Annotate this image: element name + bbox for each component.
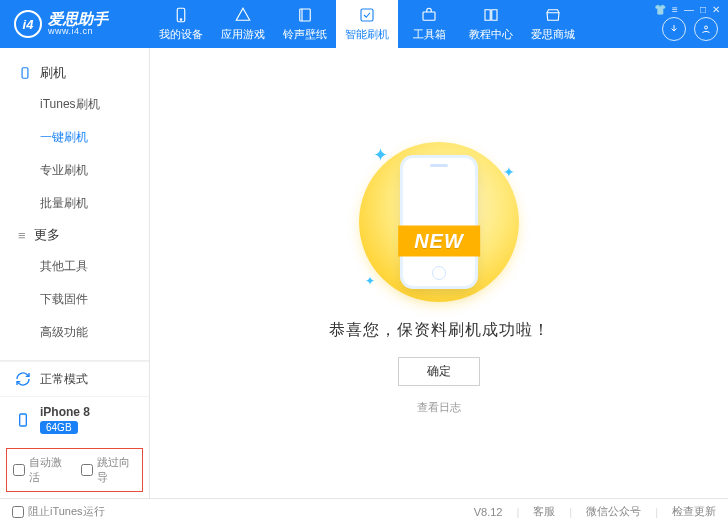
sidebar-item-other-tools[interactable]: 其他工具 xyxy=(0,250,149,283)
main-content: ✦ ✦ ✦ NEW 恭喜您，保资料刷机成功啦！ 确定 查看日志 xyxy=(150,48,728,498)
footer-link-support[interactable]: 客服 xyxy=(533,504,555,519)
phone-illustration xyxy=(403,158,475,286)
maximize-icon[interactable]: □ xyxy=(700,4,706,15)
svg-rect-7 xyxy=(20,414,27,426)
nav-label: 教程中心 xyxy=(469,27,513,42)
sidebar: 刷机 iTunes刷机 一键刷机 专业刷机 批量刷机 ≡ 更多 其他工具 下载固… xyxy=(0,48,150,498)
skin-icon[interactable]: 👕 xyxy=(654,4,666,15)
nav-label: 铃声壁纸 xyxy=(283,27,327,42)
sidebar-group-more: ≡ 更多 xyxy=(0,220,149,250)
mode-label: 正常模式 xyxy=(40,371,88,388)
sparkle-icon: ✦ xyxy=(365,274,375,288)
nav-ringtone-wallpaper[interactable]: 铃声壁纸 xyxy=(274,0,336,48)
success-illustration: ✦ ✦ ✦ NEW xyxy=(359,142,519,302)
nav-label: 智能刷机 xyxy=(345,27,389,42)
ok-button[interactable]: 确定 xyxy=(398,357,480,386)
new-ribbon: NEW xyxy=(398,225,480,256)
window-controls: 👕 ≡ — □ ✕ xyxy=(654,4,720,15)
phone-icon xyxy=(172,6,190,24)
status-bar: 阻止iTunes运行 V8.12 | 客服 | 微信公众号 | 检查更新 xyxy=(0,498,728,524)
success-message: 恭喜您，保资料刷机成功啦！ xyxy=(329,320,550,341)
download-button[interactable] xyxy=(662,17,686,41)
more-icon: ≡ xyxy=(18,228,26,243)
skip-wizard-checkbox[interactable]: 跳过向导 xyxy=(81,455,137,485)
sidebar-group-title: 刷机 xyxy=(40,64,66,82)
nav-label: 工具箱 xyxy=(413,27,446,42)
nav-my-device[interactable]: 我的设备 xyxy=(150,0,212,48)
nav-apps-games[interactable]: 应用游戏 xyxy=(212,0,274,48)
menu-icon[interactable]: ≡ xyxy=(672,4,678,15)
view-log-link[interactable]: 查看日志 xyxy=(417,400,461,415)
note-icon xyxy=(296,6,314,24)
minimize-icon[interactable]: — xyxy=(684,4,694,15)
svg-point-1 xyxy=(180,19,182,21)
app-logo[interactable]: i4 爱思助手 www.i4.cn xyxy=(0,0,150,48)
phone-icon xyxy=(14,411,32,429)
titlebar: 👕 ≡ — □ ✕ i4 爱思助手 www.i4.cn 我的设备 应用游戏 铃声… xyxy=(0,0,728,48)
top-nav: 我的设备 应用游戏 铃声壁纸 智能刷机 工具箱 教程中心 爱思商城 xyxy=(150,0,652,48)
sidebar-group-title: 更多 xyxy=(34,226,60,244)
sparkle-icon: ✦ xyxy=(373,144,388,166)
sidebar-item-batch-flash[interactable]: 批量刷机 xyxy=(0,187,149,220)
device-mode[interactable]: 正常模式 xyxy=(0,361,149,396)
toolbox-icon xyxy=(420,6,438,24)
app-name: 爱思助手 xyxy=(48,11,108,28)
phone-icon xyxy=(18,66,32,80)
svg-point-5 xyxy=(705,26,708,29)
svg-rect-3 xyxy=(361,9,373,21)
auto-activate-checkbox[interactable]: 自动激活 xyxy=(13,455,69,485)
apps-icon xyxy=(234,6,252,24)
device-name: iPhone 8 xyxy=(40,405,90,419)
sidebar-group-flash: 刷机 xyxy=(0,58,149,88)
app-site: www.i4.cn xyxy=(48,27,108,37)
nav-store[interactable]: 爱思商城 xyxy=(522,0,584,48)
svg-rect-6 xyxy=(22,68,28,79)
version-label: V8.12 xyxy=(474,506,503,518)
sparkle-icon: ✦ xyxy=(503,164,515,180)
nav-tutorials[interactable]: 教程中心 xyxy=(460,0,522,48)
capacity-badge: 64GB xyxy=(40,421,78,434)
nav-label: 爱思商城 xyxy=(531,27,575,42)
flash-icon xyxy=(358,6,376,24)
sidebar-item-advanced[interactable]: 高级功能 xyxy=(0,316,149,349)
user-button[interactable] xyxy=(694,17,718,41)
block-itunes-checkbox[interactable]: 阻止iTunes运行 xyxy=(12,504,105,519)
sidebar-item-download-firmware[interactable]: 下载固件 xyxy=(0,283,149,316)
close-icon[interactable]: ✕ xyxy=(712,4,720,15)
svg-rect-4 xyxy=(423,12,435,20)
svg-rect-2 xyxy=(300,9,311,21)
nav-smart-flash[interactable]: 智能刷机 xyxy=(336,0,398,48)
sidebar-item-pro-flash[interactable]: 专业刷机 xyxy=(0,154,149,187)
sidebar-item-itunes-flash[interactable]: iTunes刷机 xyxy=(0,88,149,121)
book-icon xyxy=(482,6,500,24)
flash-options: 自动激活 跳过向导 xyxy=(6,448,143,492)
store-icon xyxy=(544,6,562,24)
footer-link-wechat[interactable]: 微信公众号 xyxy=(586,504,641,519)
device-info[interactable]: iPhone 8 64GB xyxy=(0,396,149,442)
footer-link-update[interactable]: 检查更新 xyxy=(672,504,716,519)
nav-label: 我的设备 xyxy=(159,27,203,42)
nav-label: 应用游戏 xyxy=(221,27,265,42)
nav-toolbox[interactable]: 工具箱 xyxy=(398,0,460,48)
logo-icon: i4 xyxy=(14,10,42,38)
refresh-icon xyxy=(14,370,32,388)
sidebar-item-onekey-flash[interactable]: 一键刷机 xyxy=(0,121,149,154)
